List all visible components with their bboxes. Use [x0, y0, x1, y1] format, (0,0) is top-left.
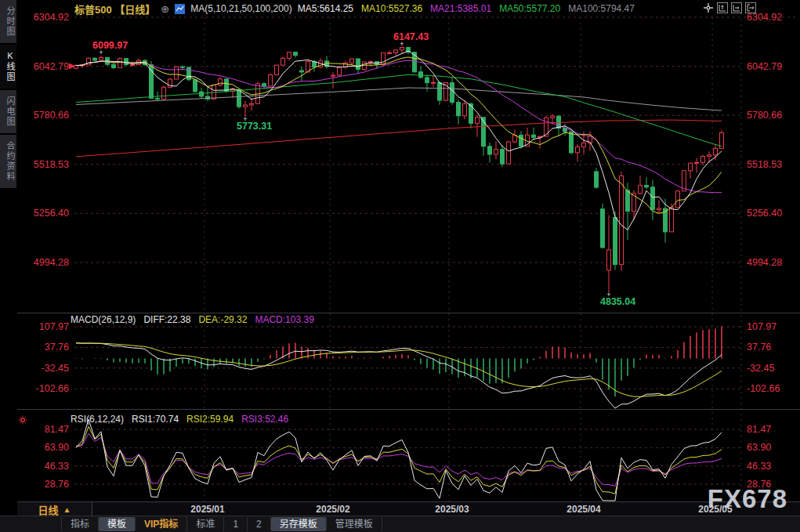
svg-text:107.97: 107.97 [747, 321, 776, 332]
svg-text:4994.28: 4994.28 [34, 257, 69, 268]
ma-lines [76, 51, 722, 230]
tab-indicators[interactable]: 指标 [61, 517, 99, 531]
svg-text:6042.79: 6042.79 [34, 61, 69, 72]
rsi-legend-item: RSI3:52.46 [241, 414, 288, 426]
rsi-panel [76, 419, 722, 501]
candlesticks [74, 47, 724, 292]
price-annotations: 6099.97+6147.43+5773.31+4835.04+ [69, 31, 635, 307]
svg-text:107.97: 107.97 [39, 321, 69, 332]
svg-text:63.90: 63.90 [45, 442, 69, 453]
macd-panel [76, 327, 722, 408]
rsi-header: RSI(6,12,24) RSI1:70.74RSI2:59.94RSI3:52… [71, 414, 288, 426]
crosshair-icon[interactable] [703, 2, 714, 13]
svg-text:5780.66: 5780.66 [747, 110, 782, 121]
trading-app-window: 6304.926304.926042.796042.795780.665780.… [0, 0, 800, 532]
svg-text:5518.53: 5518.53 [34, 159, 69, 170]
tab-templates[interactable]: 模板 [99, 517, 136, 531]
ma-legend-item: MA5:5614.25 [298, 3, 353, 14]
svg-text:81.47: 81.47 [747, 424, 771, 435]
svg-text:-102.66: -102.66 [36, 383, 69, 394]
circle-plus-icon[interactable]: ⊕ [161, 3, 169, 15]
month-label: 2025/04 [562, 504, 606, 515]
period-selector[interactable]: 日线 ▲ [17, 502, 92, 516]
ma-legend: MA5:5614.25MA10:5527.36MA21:5385.01MA50:… [298, 3, 635, 14]
macd-params: MACD(26,12,9) [71, 314, 136, 327]
svg-text:37.76: 37.76 [45, 342, 69, 353]
svg-text:46.33: 46.33 [45, 461, 69, 472]
tab-slot-1[interactable]: 1 [224, 517, 248, 531]
rsi-params: RSI(6,12,24) [71, 414, 124, 426]
macd-header: MACD(26,12,9) DIFF:22.38DEA:-29.32MACD:1… [71, 314, 314, 327]
pane-export-icon[interactable] [745, 2, 756, 13]
svg-text:-102.66: -102.66 [747, 383, 780, 394]
svg-text:63.90: 63.90 [747, 442, 771, 453]
grid-lines [17, 8, 800, 501]
extreme-plus-marker: + [243, 115, 247, 123]
axis-scale-icon[interactable] [717, 2, 728, 13]
svg-text:5773.31: 5773.31 [237, 121, 272, 132]
indicator-settings-icon[interactable] [18, 414, 27, 428]
svg-text:5518.53: 5518.53 [747, 159, 782, 170]
month-label: 2025/02 [311, 504, 355, 515]
ma-legend-item: MA100:5794.47 [568, 3, 635, 14]
tab-save-template[interactable]: 另存模板 [271, 517, 327, 531]
ma-legend-item: MA50:5577.20 [499, 3, 560, 14]
macd-legend-item: MACD:103.39 [255, 314, 313, 327]
bottom-tab-bar: 指标模板VIP指标标准12另存模板管理模板 [0, 516, 800, 532]
svg-text:5256.40: 5256.40 [747, 208, 782, 219]
svg-text:81.47: 81.47 [45, 424, 69, 435]
sidebar-item-contract-info[interactable]: 合约资料 [0, 135, 16, 188]
svg-text:-32.45: -32.45 [747, 363, 774, 374]
svg-text:37.76: 37.76 [747, 342, 771, 353]
rsi-legend-item: RSI1:70.74 [132, 414, 179, 426]
svg-text:6304.92: 6304.92 [747, 12, 782, 23]
macd-legend-item: DEA:-29.32 [198, 314, 247, 327]
sidebar-item-time-chart[interactable]: 分时图 [0, 0, 16, 43]
ma-params: MA(5,10,21,50,100,200) [190, 3, 291, 14]
svg-text:46.33: 46.33 [747, 461, 771, 472]
sidebar-item-flash-chart[interactable]: 闪电图 [0, 90, 16, 133]
header-toolbar [703, 2, 756, 13]
svg-text:-32.45: -32.45 [42, 363, 69, 374]
period-label: 日线 [38, 502, 59, 517]
svg-text:5780.66: 5780.66 [34, 110, 69, 121]
page-title: 标普500 【日线】 [74, 2, 155, 16]
chart-canvas[interactable]: 6304.926304.926042.796042.795780.665780.… [0, 0, 800, 532]
svg-text:6042.79: 6042.79 [747, 61, 782, 72]
month-label: 2025/03 [430, 504, 474, 515]
pane-move-icon[interactable] [731, 2, 742, 13]
svg-text:5256.40: 5256.40 [34, 208, 69, 219]
svg-text:4835.04: 4835.04 [600, 296, 635, 307]
rsi-legend-item: RSI2:59.94 [186, 414, 233, 426]
watermark: FX678 [708, 484, 787, 514]
extreme-plus-marker: + [400, 40, 404, 48]
tab-manage-templates[interactable]: 管理模板 [327, 517, 382, 531]
tab-vip-indicators[interactable]: VIP指标 [136, 517, 187, 531]
svg-text:6147.43: 6147.43 [393, 31, 429, 42]
svg-text:6099.97: 6099.97 [92, 40, 128, 51]
extreme-plus-marker: + [606, 291, 610, 299]
chart-header: 标普500 【日线】 ⊕ MA(5,10,21,50,100,200) MA5:… [17, 0, 745, 17]
date-axis: 日线 ▲ 2025/012025/022025/032025/042025/05 [17, 501, 800, 516]
svg-text:4994.28: 4994.28 [747, 257, 782, 268]
month-label: 2025/01 [186, 504, 230, 515]
left-sidebar: 分时图K线图闪电图合约资料 [0, 0, 17, 532]
macd-legend-item: DIFF:22.38 [143, 314, 190, 327]
tab-slot-2[interactable]: 2 [248, 517, 271, 531]
sidebar-item-kline-chart[interactable]: K线图 [0, 45, 16, 89]
line-chart-icon [175, 4, 185, 14]
ma-legend-item: MA10:5527.36 [361, 3, 422, 14]
tab-standard[interactable]: 标准 [187, 517, 224, 531]
chevron-up-icon: ▲ [63, 505, 71, 514]
extreme-plus-marker: + [99, 49, 103, 56]
ma-legend-item: MA21:5385.01 [430, 3, 491, 14]
svg-text:28.76: 28.76 [45, 479, 69, 490]
